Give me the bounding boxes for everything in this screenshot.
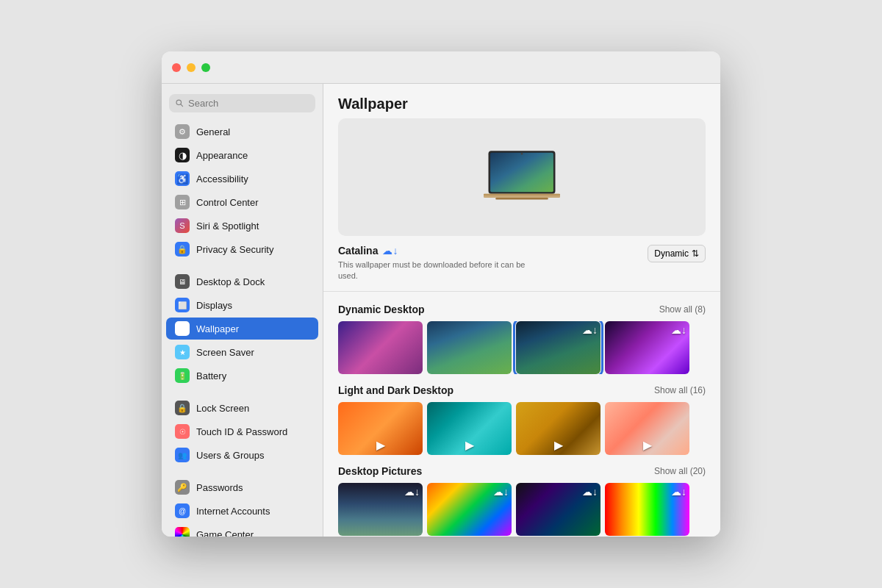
privacy-icon: 🔒 — [175, 242, 190, 257]
page-title: Wallpaper — [323, 84, 720, 118]
sidebar-item-gamecenter[interactable]: Game Center — [166, 523, 318, 537]
sidebar-item-label: Touch ID & Password — [196, 426, 287, 437]
play-icon-ld3: ▶ — [554, 438, 563, 452]
appearance-icon: ◑ — [175, 148, 190, 162]
dynamic-desktop-title: Dynamic Desktop — [338, 304, 424, 315]
sidebar-item-privacy[interactable]: 🔒 Privacy & Security — [166, 238, 318, 260]
download-icon[interactable]: ☁↓ — [382, 245, 398, 257]
desktop-pictures-show-all[interactable]: Show all (20) — [654, 466, 706, 476]
sidebar-item-appearance[interactable]: ◑ Appearance — [166, 144, 318, 166]
sidebar-item-wallpaper[interactable]: ✦ Wallpaper — [166, 318, 318, 340]
sidebar-item-label: Privacy & Security — [196, 244, 273, 255]
dynamic-mode-label: Dynamic — [654, 248, 689, 259]
sidebar-item-general[interactable]: ⚙ General — [166, 121, 318, 143]
light-dark-show-all[interactable]: Show all (16) — [654, 385, 706, 395]
sidebar-item-screensaver[interactable]: ★ Screen Saver — [166, 341, 318, 363]
thumb-ld1[interactable]: ▶ — [338, 402, 423, 455]
main-content: Wallpaper — [323, 84, 720, 537]
sidebar-item-accessibility[interactable]: ♿ Accessibility — [166, 168, 318, 190]
users-icon: 👥 — [175, 448, 190, 462]
lockscreen-icon: 🔒 — [175, 401, 190, 415]
traffic-lights — [172, 63, 210, 72]
sidebar-item-label: Accessibility — [196, 173, 248, 184]
sidebar-item-label: Appearance — [196, 150, 248, 161]
wallpaper-preview — [338, 118, 706, 236]
thumb-dd3[interactable]: ☁↓ — [516, 321, 600, 374]
screensaver-icon: ★ — [175, 345, 190, 359]
minimize-button[interactable] — [187, 63, 196, 72]
wallpaper-description: This wallpaper must be downloaded before… — [338, 259, 529, 282]
sidebar-item-internet[interactable]: @ Internet Accounts — [166, 500, 318, 522]
content-area: ⚙ General ◑ Appearance ♿ Accessibility ⊞… — [162, 84, 720, 537]
macbook-svg — [474, 144, 570, 210]
svg-point-5 — [521, 153, 523, 155]
sidebar-item-touchid[interactable]: ☉ Touch ID & Password — [166, 420, 318, 442]
thumb-dd4[interactable]: ☁↓ — [605, 321, 689, 374]
thumb-ld3[interactable]: ▶ — [516, 402, 600, 455]
cloud-icon-dd4: ☁↓ — [671, 324, 686, 336]
thumb-dd2[interactable] — [427, 321, 512, 374]
sidebar-item-label: Wallpaper — [196, 323, 239, 334]
cloud-icon-dp3: ☁↓ — [582, 486, 598, 498]
sidebar-item-label: Control Center — [196, 197, 259, 208]
sidebar-item-label: General — [196, 126, 230, 137]
thumb-ld4[interactable]: ▶ — [605, 402, 689, 455]
dynamic-desktop-show-all[interactable]: Show all (8) — [659, 304, 706, 315]
sidebar-item-battery[interactable]: 🔋 Battery — [166, 365, 318, 387]
internet-icon: @ — [175, 503, 190, 518]
svg-line-1 — [181, 104, 183, 107]
passwords-icon: 🔑 — [175, 480, 190, 495]
sidebar-item-label: Battery — [196, 370, 226, 381]
accessibility-icon: ♿ — [175, 171, 190, 186]
gamecenter-icon — [175, 527, 190, 537]
battery-icon: 🔋 — [175, 368, 190, 383]
maximize-button[interactable] — [201, 63, 210, 72]
desktop-pictures-header: Desktop Pictures Show all (20) — [338, 465, 706, 477]
sidebar-item-displays[interactable]: ⬜ Displays — [166, 294, 318, 316]
thumb-dp2[interactable]: ☁↓ — [427, 483, 512, 536]
chevron-updown-icon: ⇅ — [692, 248, 699, 259]
cloud-icon-dd3: ☁↓ — [582, 324, 598, 336]
thumb-ld2[interactable]: ▶ — [427, 402, 512, 455]
sidebar-item-passwords[interactable]: 🔑 Passwords — [166, 476, 318, 498]
light-dark-header: Light and Dark Desktop Show all (16) — [338, 384, 706, 396]
sidebar-item-label: Lock Screen — [196, 403, 249, 414]
desktop-pictures-title: Desktop Pictures — [338, 465, 422, 477]
desktop-pictures-thumbnails: ☁↓ ☁↓ ☁↓ ☁↓ — [338, 483, 706, 536]
sidebar-item-label: Screen Saver — [196, 347, 254, 358]
thumb-dp1[interactable]: ☁↓ — [338, 483, 423, 536]
svg-rect-8 — [495, 198, 548, 200]
wallpaper-icon: ✦ — [175, 321, 190, 336]
sidebar-item-label: Internet Accounts — [196, 506, 270, 517]
search-icon — [175, 98, 184, 108]
thumb-dd1[interactable] — [338, 321, 423, 374]
dynamic-dropdown[interactable]: Dynamic ⇅ — [648, 245, 706, 262]
wallpaper-name: Catalina — [338, 245, 378, 257]
sidebar-item-users[interactable]: 👥 Users & Groups — [166, 444, 318, 466]
general-icon: ⚙ — [175, 124, 190, 139]
play-icon-ld4: ▶ — [643, 438, 652, 452]
sidebar-item-label: Desktop & Dock — [196, 276, 265, 287]
wallpaper-name-row: Catalina ☁↓ — [338, 245, 529, 257]
wallpaper-name-block: Catalina ☁↓ This wallpaper must be downl… — [338, 245, 529, 282]
sidebar-item-desktop[interactable]: 🖥 Desktop & Dock — [166, 270, 318, 293]
sidebar-item-label: Displays — [196, 300, 232, 311]
play-icon-ld2: ▶ — [465, 438, 474, 452]
sidebar-item-control-center[interactable]: ⊞ Control Center — [166, 191, 318, 213]
sidebar-item-label: Game Center — [196, 529, 254, 537]
play-icon-ld1: ▶ — [376, 438, 385, 452]
sidebar-item-lockscreen[interactable]: 🔒 Lock Screen — [166, 397, 318, 419]
sidebar-item-label: Siri & Spotlight — [196, 220, 259, 232]
search-input[interactable] — [188, 98, 309, 109]
svg-rect-4 — [490, 153, 553, 192]
light-dark-title: Light and Dark Desktop — [338, 384, 453, 396]
siri-icon: S — [175, 218, 190, 233]
thumb-dp3[interactable]: ☁↓ — [516, 483, 600, 536]
wallpaper-scroll[interactable]: Dynamic Desktop Show all (8) ☁↓ ☁↓ Light… — [323, 292, 720, 537]
thumb-dp4[interactable]: ☁↓ — [605, 483, 689, 536]
sidebar-item-siri[interactable]: S Siri & Spotlight — [166, 215, 318, 237]
close-button[interactable] — [172, 63, 181, 72]
cloud-icon-dp1: ☁↓ — [404, 486, 420, 498]
desktop-icon: 🖥 — [175, 274, 190, 289]
search-bar[interactable] — [169, 94, 315, 112]
